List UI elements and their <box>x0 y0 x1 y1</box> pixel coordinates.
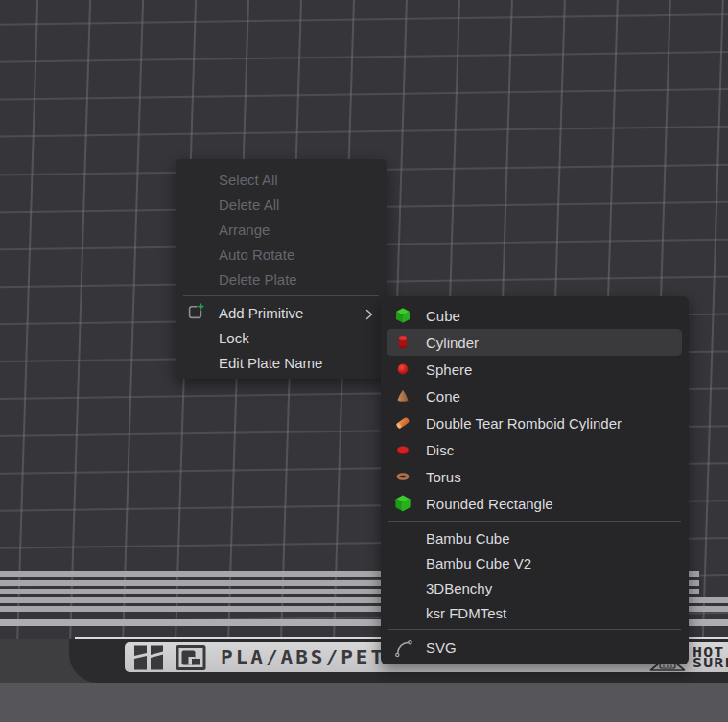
torus-icon <box>393 467 412 486</box>
add-primitive-icon <box>185 302 206 323</box>
disc-icon <box>393 440 412 459</box>
menu-separator <box>388 629 681 630</box>
menu-separator <box>388 521 681 522</box>
menu-item-label: Cylinder <box>426 335 479 351</box>
double-tear-romboid-cylinder-icon <box>393 413 412 432</box>
menu-item-label: Cone <box>426 388 460 405</box>
menu-item-label: Rounded Rectangle <box>426 496 553 512</box>
menu-item-bambu-cube-v2[interactable]: Bambu Cube V2 <box>381 550 689 575</box>
menu-item-label: Add Primitive <box>219 305 303 321</box>
menu-item-label: Arrange <box>219 221 270 238</box>
menu-item-ksr-fdmtest[interactable]: ksr FDMTest <box>381 600 689 625</box>
menu-item-label: Disc <box>426 442 454 458</box>
chevron-right-icon <box>364 307 375 318</box>
menu-item-delete-plate: Delete Plate <box>176 267 387 291</box>
plate-context-menu: Select AllDelete AllArrangeAuto RotateDe… <box>176 159 387 379</box>
menu-separator <box>183 295 379 296</box>
bambu-lab-logo <box>133 644 164 670</box>
menu-item-rounded-rectangle[interactable]: Rounded Rectangle <box>381 490 689 517</box>
svg-bezier-icon <box>393 638 412 657</box>
menu-item-auto-rotate: Auto Rotate <box>176 242 387 267</box>
plate-material-label: PLA/ABS/PETG <box>221 643 401 671</box>
menu-item-label: 3DBenchy <box>426 580 492 596</box>
menu-item-double-tear-romboid-cylinder[interactable]: Double Tear Romboid Cylinder <box>381 409 689 436</box>
menu-item-label: Bambu Cube V2 <box>426 555 531 571</box>
menu-item-delete-all: Delete All <box>176 192 387 217</box>
menu-item-cone[interactable]: Cone <box>381 383 689 409</box>
menu-item-label: Lock <box>219 330 249 346</box>
menu-item-bambu-cube[interactable]: Bambu Cube <box>381 525 689 550</box>
menu-item-label: ksr FDMTest <box>426 605 506 621</box>
cube-icon <box>393 306 412 325</box>
menu-item-torus[interactable]: Torus <box>381 463 689 490</box>
menu-item-cylinder[interactable]: Cylinder <box>381 329 689 356</box>
menu-item-sphere[interactable]: Sphere <box>381 356 689 383</box>
add-primitive-submenu: CubeCylinderSphereConeDouble Tear Romboi… <box>381 296 689 664</box>
menu-item-label: Cube <box>426 308 460 324</box>
viewport-floor <box>0 683 728 722</box>
menu-item-label: Sphere <box>426 361 472 378</box>
menu-item-add-primitive[interactable]: Add Primitive <box>176 300 387 325</box>
hot-surface-warning-text: HOTSURFACE <box>693 647 728 668</box>
menu-item-label: Edit Plate Name <box>219 355 322 371</box>
menu-item-label: Double Tear Romboid Cylinder <box>426 415 622 431</box>
menu-item-edit-plate-name[interactable]: Edit Plate Name <box>176 350 387 375</box>
menu-item-cube[interactable]: Cube <box>381 302 689 329</box>
menu-item-label: Delete All <box>219 197 279 213</box>
menu-item-select-all: Select All <box>176 167 387 192</box>
menu-item-label: Select All <box>219 172 278 188</box>
menu-item-lock[interactable]: Lock <box>176 325 387 350</box>
a1-printer-logo <box>176 644 206 670</box>
menu-item-3dbenchy[interactable]: 3DBenchy <box>381 575 689 600</box>
menu-item-label: Bambu Cube <box>426 530 510 547</box>
slicer-3d-viewport[interactable]: PLA/ABS/PETG HOTSURFACE Select AllDelete… <box>0 0 728 722</box>
menu-item-label: SVG <box>426 640 457 656</box>
menu-item-label: Torus <box>426 469 461 485</box>
menu-item-svg[interactable]: SVG <box>381 634 689 661</box>
menu-item-label: Delete Plate <box>219 271 297 288</box>
sphere-icon <box>393 360 412 379</box>
cylinder-icon <box>393 333 412 352</box>
menu-item-label: Auto Rotate <box>219 246 294 263</box>
cone-icon <box>393 386 412 406</box>
rounded-rectangle-icon <box>393 494 412 513</box>
menu-item-disc[interactable]: Disc <box>381 436 689 463</box>
menu-item-arrange: Arrange <box>176 217 387 242</box>
